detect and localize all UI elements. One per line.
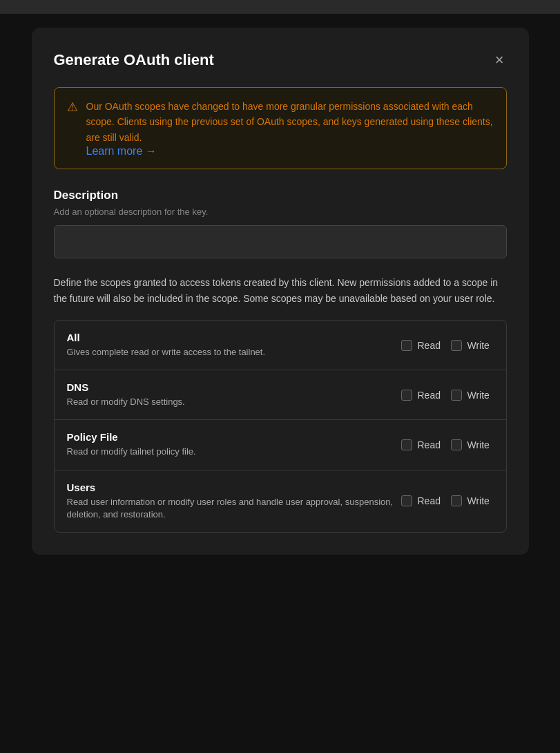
scopes-table: All Gives complete read or write access …: [54, 320, 507, 533]
modal-dialog: Generate OAuth client × ⚠ Our OAuth scop…: [32, 28, 529, 555]
scope-write-checkbox-all[interactable]: [451, 340, 462, 351]
learn-more-link[interactable]: Learn more →: [86, 145, 157, 158]
warning-banner: ⚠ Our OAuth scopes have changed to have …: [54, 87, 507, 169]
scope-read-group-dns: Read: [401, 390, 444, 401]
read-label-all: Read: [418, 340, 444, 351]
modal-header: Generate OAuth client ×: [54, 50, 507, 70]
scope-controls-policy-file: Read Write: [401, 439, 494, 450]
scope-read-checkbox-users[interactable]: [401, 495, 412, 506]
scopes-intro-text: Define the scopes granted to access toke…: [54, 275, 507, 306]
scope-info-policy-file: Policy File Read or modify tailnet polic…: [67, 431, 401, 458]
description-input[interactable]: [54, 225, 507, 258]
scope-desc-users: Read user information or modify user rol…: [67, 496, 401, 521]
read-label-dns: Read: [418, 390, 444, 401]
scope-desc-dns: Read or modify DNS settings.: [67, 396, 401, 408]
scope-write-checkbox-dns[interactable]: [451, 390, 462, 401]
scope-controls-users: Read Write: [401, 495, 494, 506]
modal-title: Generate OAuth client: [54, 51, 214, 69]
scope-name-dns: DNS: [67, 381, 401, 393]
write-label-all: Write: [467, 340, 494, 351]
scope-read-checkbox-all[interactable]: [401, 340, 412, 351]
scope-write-checkbox-policy-file[interactable]: [451, 439, 462, 450]
scope-read-group-users: Read: [401, 495, 444, 506]
scope-write-group-users: Write: [451, 495, 494, 506]
scope-info-users: Users Read user information or modify us…: [67, 482, 401, 521]
scope-write-group-dns: Write: [451, 390, 494, 401]
scope-name-policy-file: Policy File: [67, 431, 401, 443]
scope-read-checkbox-dns[interactable]: [401, 390, 412, 401]
scope-row-policy-file: Policy File Read or modify tailnet polic…: [55, 420, 506, 470]
scope-write-checkbox-users[interactable]: [451, 495, 462, 506]
scope-read-checkbox-policy-file[interactable]: [401, 439, 412, 450]
warning-content: Our OAuth scopes have changed to have mo…: [86, 99, 494, 158]
write-label-users: Write: [467, 495, 494, 506]
scope-desc-policy-file: Read or modify tailnet policy file.: [67, 446, 401, 458]
read-label-users: Read: [418, 495, 444, 506]
scope-info-dns: DNS Read or modify DNS settings.: [67, 381, 401, 408]
read-label-policy-file: Read: [418, 439, 444, 450]
scope-row-users: Users Read user information or modify us…: [55, 470, 506, 532]
write-label-dns: Write: [467, 390, 494, 401]
warning-icon: ⚠: [67, 99, 78, 115]
close-button[interactable]: ×: [492, 50, 507, 70]
scope-row-all: All Gives complete read or write access …: [55, 321, 506, 370]
write-label-policy-file: Write: [467, 439, 494, 450]
scope-write-group-all: Write: [451, 340, 494, 351]
scope-controls-all: Read Write: [401, 340, 494, 351]
scope-read-group-all: Read: [401, 340, 444, 351]
description-hint: Add an optional description for the key.: [54, 207, 507, 217]
scope-name-users: Users: [67, 482, 401, 493]
description-section: Description Add an optional description …: [54, 189, 507, 275]
scope-desc-all: Gives complete read or write access to t…: [67, 346, 401, 359]
scope-write-group-policy-file: Write: [451, 439, 494, 450]
modal-overlay: Generate OAuth client × ⚠ Our OAuth scop…: [0, 14, 560, 753]
scope-row-dns: DNS Read or modify DNS settings. Read Wr…: [55, 370, 506, 420]
scope-info-all: All Gives complete read or write access …: [67, 332, 401, 359]
scope-controls-dns: Read Write: [401, 390, 494, 401]
description-label: Description: [54, 189, 507, 202]
warning-text: Our OAuth scopes have changed to have mo…: [86, 99, 494, 145]
scope-read-group-policy-file: Read: [401, 439, 444, 450]
scope-name-all: All: [67, 332, 401, 343]
